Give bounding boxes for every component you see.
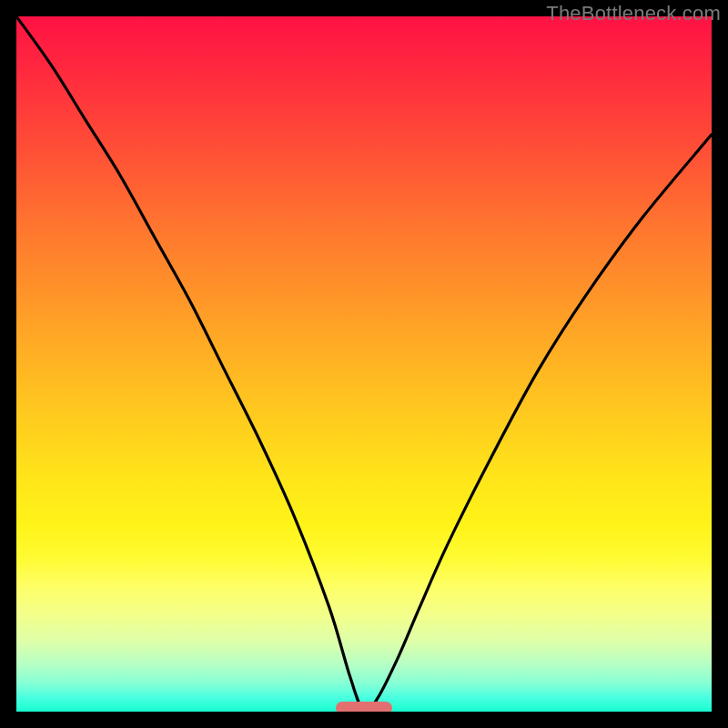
optimum-marker — [336, 702, 391, 712]
watermark-text: TheBottleneck.com — [546, 2, 721, 25]
bottleneck-curve — [16, 16, 712, 712]
plot-area — [16, 16, 712, 712]
chart-container: TheBottleneck.com — [0, 0, 728, 728]
curve-svg — [16, 16, 712, 712]
